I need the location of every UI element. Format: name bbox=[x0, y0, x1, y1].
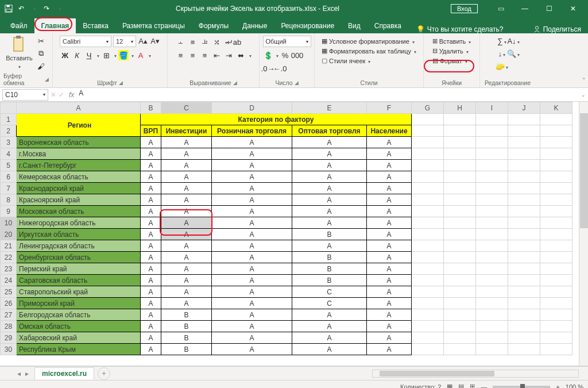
row-header-5[interactable]: 5 bbox=[1, 160, 17, 171]
cell-B30[interactable]: А bbox=[141, 344, 161, 355]
indent-inc-icon[interactable]: ⇥ bbox=[224, 50, 234, 60]
cell-G26[interactable] bbox=[412, 298, 444, 309]
cell-K3[interactable] bbox=[540, 137, 572, 148]
cell-K26[interactable] bbox=[540, 298, 572, 309]
header-d[interactable]: Розничная торговля bbox=[212, 125, 292, 137]
cell-H20[interactable] bbox=[444, 229, 476, 240]
font-name-select[interactable]: Calibri▾ bbox=[60, 36, 111, 47]
autosum-icon[interactable]: ∑ bbox=[497, 36, 507, 46]
cell-J5[interactable] bbox=[508, 160, 540, 171]
cell-F21[interactable]: А bbox=[367, 240, 412, 252]
cell-F30[interactable]: А bbox=[367, 344, 412, 355]
cell-K23[interactable] bbox=[540, 263, 572, 275]
align-launcher[interactable]: ◢ bbox=[233, 80, 237, 86]
row-header-21[interactable]: 21 bbox=[1, 240, 17, 252]
cell-J2[interactable] bbox=[508, 125, 540, 137]
cell-E8[interactable]: А bbox=[292, 194, 367, 206]
row-header-9[interactable]: 9 bbox=[1, 206, 17, 217]
sheet-nav-prev[interactable]: ◂ bbox=[17, 370, 21, 378]
cell-J25[interactable] bbox=[508, 286, 540, 298]
increase-decimal-icon[interactable]: .0→ bbox=[263, 63, 273, 74]
cell-B29[interactable]: А bbox=[141, 332, 161, 344]
cell-G30[interactable] bbox=[412, 344, 444, 355]
cell-C20[interactable]: А bbox=[161, 229, 212, 240]
cell-I9[interactable] bbox=[476, 206, 508, 217]
expand-formula-icon[interactable]: ⌄ bbox=[581, 92, 586, 98]
cell-E7[interactable]: А bbox=[292, 183, 367, 194]
cell-K7[interactable] bbox=[540, 183, 572, 194]
border-icon[interactable]: ⊞ bbox=[101, 50, 111, 60]
paste-dropdown[interactable] bbox=[17, 62, 21, 70]
cell-B24[interactable]: А bbox=[141, 275, 161, 286]
row-header-6[interactable]: 6 bbox=[1, 171, 17, 183]
cell-F6[interactable]: А bbox=[367, 171, 412, 183]
cell-G5[interactable] bbox=[412, 160, 444, 171]
cell-F7[interactable]: А bbox=[367, 183, 412, 194]
clipboard-launcher[interactable]: ◢ bbox=[45, 76, 49, 82]
cell-A29[interactable]: Хабаровский край bbox=[17, 332, 141, 344]
col-header-I[interactable]: I bbox=[476, 102, 508, 114]
tab-layout[interactable]: Разметка страницы bbox=[115, 18, 192, 33]
cell-C23[interactable]: А bbox=[161, 263, 212, 275]
cell-G21[interactable] bbox=[412, 240, 444, 252]
worksheet[interactable]: ABCDEFGHIJK1РегионКатегория по фактору2В… bbox=[0, 102, 588, 366]
cell-H5[interactable] bbox=[444, 160, 476, 171]
col-header-C[interactable]: C bbox=[161, 102, 212, 114]
vertical-scrollbar[interactable] bbox=[579, 102, 588, 366]
save-icon[interactable] bbox=[3, 3, 14, 14]
header-c[interactable]: Инвестиции bbox=[161, 125, 212, 137]
align-middle-icon[interactable]: ≡ bbox=[188, 37, 198, 47]
indent-dec-icon[interactable]: ⇤ bbox=[212, 50, 222, 60]
cell-A30[interactable]: Республика Крым bbox=[17, 344, 141, 355]
align-center-icon[interactable]: ≡ bbox=[188, 50, 198, 60]
cell-D7[interactable]: А bbox=[212, 183, 292, 194]
cell-I10[interactable] bbox=[476, 217, 508, 229]
insert-cells-button[interactable]: ⊞Вставить bbox=[431, 37, 473, 45]
cell-H22[interactable] bbox=[444, 252, 476, 263]
undo-icon[interactable]: ↶ bbox=[16, 3, 26, 14]
cell-G8[interactable] bbox=[412, 194, 444, 206]
row-header-28[interactable]: 28 bbox=[1, 321, 17, 332]
cell-J22[interactable] bbox=[508, 252, 540, 263]
cell-H25[interactable] bbox=[444, 286, 476, 298]
cell-H26[interactable] bbox=[444, 298, 476, 309]
cell-A28[interactable]: Омская область bbox=[17, 321, 141, 332]
cell-D22[interactable]: А bbox=[212, 252, 292, 263]
cell-C6[interactable]: А bbox=[161, 171, 212, 183]
cell-I26[interactable] bbox=[476, 298, 508, 309]
cell-J6[interactable] bbox=[508, 171, 540, 183]
tab-file[interactable]: Файл bbox=[3, 18, 34, 33]
sheet-tab-active[interactable]: microexcel.ru bbox=[34, 367, 94, 379]
cell-G2[interactable] bbox=[412, 125, 444, 137]
cell-H30[interactable] bbox=[444, 344, 476, 355]
cell-C8[interactable]: А bbox=[161, 194, 212, 206]
cell-I28[interactable] bbox=[476, 321, 508, 332]
header-f[interactable]: Население bbox=[367, 125, 412, 137]
cell-J21[interactable] bbox=[508, 240, 540, 252]
cell-D20[interactable]: А bbox=[212, 229, 292, 240]
cell-D30[interactable]: А bbox=[212, 344, 292, 355]
cell-H2[interactable] bbox=[444, 125, 476, 137]
cell-K8[interactable] bbox=[540, 194, 572, 206]
row-header-29[interactable]: 29 bbox=[1, 332, 17, 344]
underline-dropdown[interactable] bbox=[96, 51, 99, 59]
tab-help[interactable]: Справка bbox=[368, 18, 408, 33]
cell-D24[interactable]: А bbox=[212, 275, 292, 286]
row-header-27[interactable]: 27 bbox=[1, 309, 17, 321]
fx-icon[interactable]: fx bbox=[67, 91, 76, 99]
tab-data[interactable]: Данные bbox=[235, 18, 274, 33]
view-normal-icon[interactable]: ▦ bbox=[447, 383, 452, 388]
cell-G27[interactable] bbox=[412, 309, 444, 321]
cell-C25[interactable]: А bbox=[161, 286, 212, 298]
cell-E25[interactable]: С bbox=[292, 286, 367, 298]
cell-F23[interactable]: А bbox=[367, 263, 412, 275]
cell-E23[interactable]: В bbox=[292, 263, 367, 275]
cell-B7[interactable]: А bbox=[141, 183, 161, 194]
cell-C5[interactable]: А bbox=[161, 160, 212, 171]
cell-C3[interactable]: А bbox=[161, 137, 212, 148]
cell-J28[interactable] bbox=[508, 321, 540, 332]
cell-C10[interactable]: А bbox=[161, 217, 212, 229]
cell-K9[interactable] bbox=[540, 206, 572, 217]
cell-G7[interactable] bbox=[412, 183, 444, 194]
cell-I6[interactable] bbox=[476, 171, 508, 183]
